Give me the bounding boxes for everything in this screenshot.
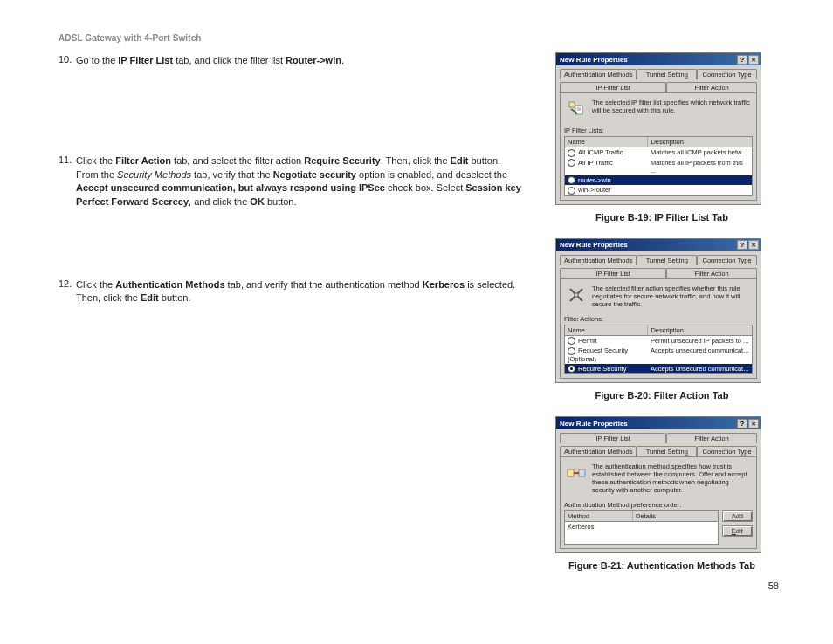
svg-rect-9 — [579, 469, 585, 476]
filter-list-icon — [566, 99, 587, 120]
tab-tunnel[interactable]: Tunnel Setting — [637, 69, 697, 79]
tab-auth-methods[interactable]: Authentication Methods — [560, 446, 637, 456]
titlebar: New Rule Properties ? × — [556, 417, 761, 429]
auth-method-listbox[interactable]: Method Details Kerberos — [564, 510, 719, 545]
list-row-selected[interactable]: Require SecurityAccepts unsecured commun… — [565, 364, 752, 374]
figure-b20: New Rule Properties ? × Authentication M… — [555, 238, 768, 401]
tab-auth-methods[interactable]: Authentication Methods — [560, 255, 637, 265]
tab-connection[interactable]: Connection Type — [697, 255, 757, 265]
tab-ip-filter-list[interactable]: IP Filter List — [560, 268, 666, 278]
titlebar: New Rule Properties ? × — [556, 53, 761, 65]
dialog-title: New Rule Properties — [558, 241, 736, 249]
figure-b21: New Rule Properties ? × IP Filter List F… — [555, 416, 768, 571]
tab-tunnel[interactable]: Tunnel Setting — [637, 446, 697, 456]
col-name[interactable]: Name — [565, 325, 648, 335]
filter-action-listbox[interactable]: Name Description PermitPermit unsecured … — [564, 325, 753, 375]
figure-b19: New Rule Properties ? × Authentication M… — [555, 52, 768, 223]
list-row[interactable]: win->router — [565, 185, 752, 195]
list-row[interactable]: Request Security (Optional)Accepts unsec… — [565, 346, 752, 364]
page-number: 58 — [768, 580, 779, 591]
svg-rect-7 — [575, 293, 578, 297]
list-row[interactable]: Kerberos — [565, 522, 718, 531]
dialog-b19: New Rule Properties ? × Authentication M… — [555, 52, 761, 205]
step-num: 11. — [59, 154, 76, 209]
help-icon[interactable]: ? — [737, 55, 747, 65]
step-11: 11. Click the Filter Action tab, and sel… — [59, 154, 521, 209]
add-button[interactable]: Add — [722, 510, 753, 522]
close-icon[interactable]: × — [748, 55, 759, 65]
step-text: Go to the IP Filter List tab, and click … — [76, 54, 344, 67]
col-desc[interactable]: Description — [648, 325, 752, 335]
fig-caption-b20: Figure B-20: Filter Action Tab — [555, 390, 768, 401]
col-name[interactable]: Name — [565, 137, 648, 147]
handshake-icon — [566, 462, 587, 483]
section-label: IP Filter Lists: — [564, 127, 753, 134]
step-12: 12. Click the Authentication Methods tab… — [59, 278, 521, 305]
tab-filter-action[interactable]: Filter Action — [666, 82, 757, 92]
tab-connection[interactable]: Connection Type — [697, 69, 757, 79]
step-num: 12. — [59, 278, 76, 305]
list-row-selected[interactable]: router->win — [565, 175, 752, 186]
tab-ip-filter-list[interactable]: IP Filter List — [560, 82, 666, 92]
list-row[interactable]: All IP TrafficMatches all IP packets fro… — [565, 158, 752, 175]
edit-button[interactable]: Edit — [722, 525, 753, 537]
close-icon[interactable]: × — [748, 240, 759, 250]
dialog-b21: New Rule Properties ? × IP Filter List F… — [555, 416, 761, 553]
section-label: Filter Actions: — [564, 315, 753, 323]
dialog-desc: The selected IP filter list specifies wh… — [592, 99, 751, 114]
tab-connection[interactable]: Connection Type — [697, 446, 757, 456]
dialog-title: New Rule Properties — [558, 420, 736, 428]
col-method[interactable]: Method — [565, 511, 633, 521]
svg-rect-8 — [568, 469, 574, 476]
figures-column: New Rule Properties ? × Authentication M… — [555, 52, 768, 586]
list-row[interactable]: PermitPermit unsecured IP packets to ... — [565, 336, 752, 346]
filter-action-icon — [566, 284, 587, 305]
dialog-desc: The selected filter action specifies whe… — [592, 284, 751, 308]
col-details[interactable]: Details — [633, 511, 718, 521]
svg-rect-0 — [569, 102, 575, 107]
dialog-title: New Rule Properties — [558, 56, 736, 64]
list-row[interactable]: All ICMP TrafficMatches all ICMP packets… — [565, 147, 752, 158]
instruction-column: 10. Go to the IP Filter List tab, and cl… — [59, 54, 521, 356]
step-text: Click the Filter Action tab, and select … — [76, 154, 521, 209]
step-num: 10. — [59, 54, 76, 67]
tab-filter-action[interactable]: Filter Action — [666, 268, 757, 278]
col-desc[interactable]: Description — [648, 137, 752, 147]
help-icon[interactable]: ? — [737, 419, 747, 428]
fig-caption-b19: Figure B-19: IP Filter List Tab — [555, 212, 768, 223]
titlebar: New Rule Properties ? × — [556, 239, 761, 251]
tab-ip-filter-list[interactable]: IP Filter List — [560, 433, 666, 443]
fig-caption-b21: Figure B-21: Authentication Methods Tab — [555, 560, 768, 571]
ip-filter-listbox[interactable]: Name Description All ICMP TrafficMatches… — [564, 136, 753, 196]
tab-tunnel[interactable]: Tunnel Setting — [637, 255, 697, 265]
dialog-desc: The authentication method specifies how … — [592, 462, 751, 494]
step-text: Click the Authentication Methods tab, an… — [76, 278, 521, 305]
close-icon[interactable]: × — [748, 419, 759, 428]
tab-auth-methods[interactable]: Authentication Methods — [560, 69, 637, 79]
step-10: 10. Go to the IP Filter List tab, and cl… — [59, 54, 521, 67]
tab-filter-action[interactable]: Filter Action — [666, 433, 757, 443]
dialog-b20: New Rule Properties ? × Authentication M… — [555, 238, 761, 384]
section-label: Authentication Method preference order: — [564, 501, 753, 509]
product-header: ADSL Gateway with 4-Port Switch — [59, 33, 202, 43]
help-icon[interactable]: ? — [737, 240, 747, 250]
